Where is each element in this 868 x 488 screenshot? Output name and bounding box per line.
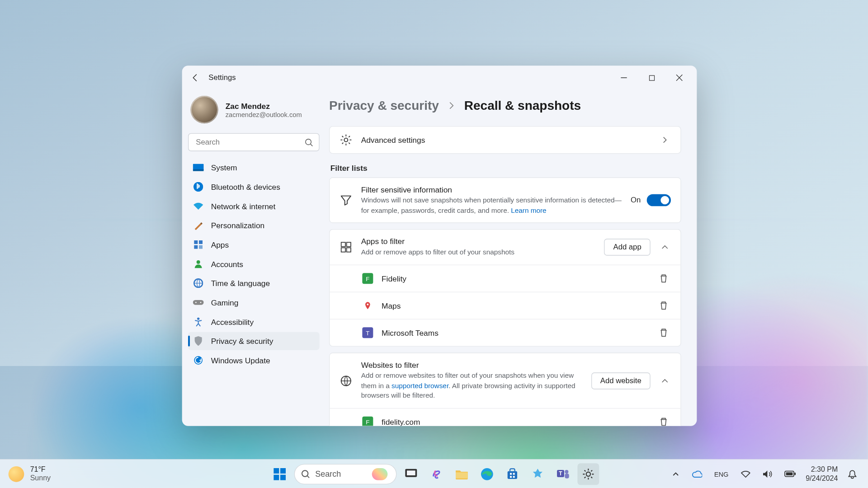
svg-rect-23 (274, 468, 279, 473)
sidebar-item-label: Accessibility (211, 317, 254, 326)
svg-rect-19 (341, 248, 345, 252)
app-name: Microsoft Teams (382, 328, 648, 337)
network-icon (193, 201, 204, 211)
tray-overflow-button[interactable] (670, 468, 682, 480)
minimize-button[interactable] (610, 68, 637, 88)
svg-rect-35 (510, 473, 512, 474)
chevron-right-icon (447, 101, 456, 110)
breadcrumb: Privacy & security Recall & snapshots (329, 98, 681, 113)
sidebar-item-gaming[interactable]: Gaming (188, 293, 320, 311)
search-icon (301, 469, 310, 479)
svg-rect-18 (347, 242, 351, 246)
delete-button[interactable] (656, 298, 671, 313)
weather-temp: 71°F (30, 466, 51, 474)
svg-rect-20 (347, 248, 351, 252)
filter-icon (340, 194, 353, 206)
sidebar-item-label: Accounts (211, 259, 243, 268)
explorer-button[interactable] (451, 463, 472, 485)
row-title: Filter sensitive information (361, 185, 623, 194)
sidebar-item-apps[interactable]: Apps (188, 235, 320, 253)
sidebar-item-network[interactable]: Network & internet (188, 197, 320, 215)
svg-rect-36 (513, 473, 515, 474)
taskbar-tray: ENG 2:30 PM 9/24/2024 (670, 465, 868, 482)
svg-point-13 (200, 302, 202, 303)
filter-sensitive-toggle[interactable] (647, 194, 671, 206)
store-button[interactable] (501, 463, 523, 485)
apps-filter-icon (340, 242, 353, 253)
settings-taskbar-button[interactable] (577, 463, 599, 485)
language-tray-icon[interactable]: ENG (712, 468, 731, 480)
sidebar-item-bluetooth[interactable]: Bluetooth & devices (188, 178, 320, 196)
delete-button[interactable] (656, 271, 671, 286)
start-button[interactable] (269, 463, 291, 485)
site-icon-fidelity: F (362, 416, 373, 426)
breadcrumb-parent[interactable]: Privacy & security (329, 98, 439, 113)
notifications-tray-icon[interactable] (845, 467, 859, 481)
accounts-icon (193, 258, 204, 269)
learn-more-link[interactable]: Learn more (511, 206, 546, 214)
app-icon-maps (362, 300, 373, 311)
svg-rect-26 (280, 474, 286, 480)
battery-tray-icon[interactable] (782, 468, 798, 479)
window-title: Settings (208, 74, 236, 82)
svg-rect-17 (341, 242, 345, 246)
task-view-button[interactable] (400, 463, 422, 485)
add-app-button[interactable]: Add app (604, 239, 651, 255)
profile-block[interactable]: Zac Mendez zacmendez@outlook.com (188, 92, 320, 132)
list-item: T Microsoft Teams (330, 319, 680, 346)
sidebar-item-label: Apps (211, 240, 229, 249)
sidebar-item-accounts[interactable]: Accounts (188, 255, 320, 273)
apps-icon (193, 239, 204, 250)
back-button[interactable] (186, 68, 205, 88)
svg-text:T: T (559, 470, 562, 476)
pinned-app-button[interactable] (527, 463, 548, 485)
svg-point-21 (367, 303, 368, 305)
svg-rect-3 (193, 169, 204, 171)
svg-point-16 (344, 138, 348, 141)
onedrive-tray-icon[interactable] (689, 468, 705, 480)
svg-rect-6 (199, 240, 203, 244)
add-website-button[interactable]: Add website (591, 372, 651, 389)
sidebar-item-accessibility[interactable]: Accessibility (188, 313, 320, 331)
maximize-button[interactable] (638, 68, 665, 88)
edge-button[interactable] (476, 463, 498, 485)
page-title: Recall & snapshots (464, 98, 581, 113)
sidebar-item-time-language[interactable]: Time & language (188, 274, 320, 292)
avatar (190, 96, 218, 123)
personalization-icon (193, 220, 204, 231)
svg-point-9 (197, 260, 200, 264)
svg-rect-25 (274, 474, 279, 480)
svg-rect-32 (456, 472, 468, 478)
shield-icon (193, 336, 204, 347)
list-item: F Fidelity (330, 264, 680, 291)
sidebar-item-privacy-security[interactable]: Privacy & security (188, 332, 320, 350)
close-button[interactable] (665, 68, 693, 88)
row-subtitle: Add or remove websites to filter out of … (361, 371, 583, 401)
svg-rect-45 (786, 472, 793, 475)
svg-rect-11 (193, 300, 204, 305)
supported-browser-link[interactable]: supported browser (392, 382, 448, 389)
taskbar-search[interactable]: Search (294, 464, 397, 484)
search-input[interactable] (188, 133, 320, 151)
volume-tray-icon[interactable] (760, 467, 774, 480)
copilot-button[interactable] (425, 463, 447, 485)
delete-button[interactable] (656, 325, 671, 340)
sidebar-item-system[interactable]: System (188, 159, 320, 177)
chevron-up-icon[interactable] (659, 241, 671, 253)
taskbar-clock[interactable]: 2:30 PM 9/24/2024 (806, 465, 838, 482)
section-header: Filter lists (330, 163, 681, 172)
svg-point-27 (302, 470, 308, 476)
advanced-settings-row[interactable]: Advanced settings (329, 126, 681, 154)
sidebar-item-label: Network & internet (211, 202, 276, 211)
delete-button[interactable] (656, 414, 671, 426)
sidebar-item-personalization[interactable]: Personalization (188, 216, 320, 235)
wifi-tray-icon[interactable] (738, 468, 753, 480)
list-item: Maps (330, 291, 680, 319)
chevron-up-icon[interactable] (659, 375, 671, 387)
weather-icon (9, 466, 24, 482)
taskbar-weather[interactable]: 71°F Sunny (0, 466, 51, 482)
teams-button[interactable]: T (552, 463, 574, 485)
gaming-icon (193, 297, 204, 308)
sidebar-item-windows-update[interactable]: Windows Update (188, 351, 320, 369)
svg-rect-46 (794, 473, 796, 475)
